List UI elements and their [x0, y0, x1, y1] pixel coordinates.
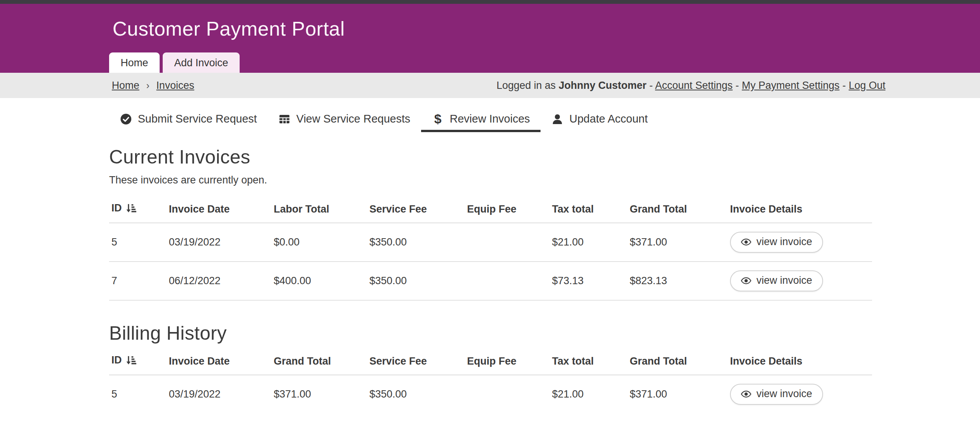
- column-header-tax-total: Tax total: [550, 198, 627, 223]
- table-icon: [278, 113, 291, 125]
- header-tabs: HomeAdd Invoice: [109, 52, 240, 73]
- table-header-row: IDInvoice DateLabor TotalService FeeEqui…: [109, 198, 872, 223]
- column-label: Grand Total: [630, 355, 687, 367]
- cell-tax-total: $21.00: [550, 375, 627, 413]
- cell-tax-total: $21.00: [550, 223, 627, 262]
- tab-label: Update Account: [569, 113, 648, 125]
- session-info: Logged in as Johnny Customer - Account S…: [497, 80, 885, 92]
- cell-invoice-date: 03/19/2022: [167, 223, 271, 262]
- section-tabs: Submit Service RequestView Service Reque…: [109, 109, 980, 132]
- user-name: Johnny Customer: [559, 80, 647, 91]
- view-invoice-button[interactable]: view invoice: [730, 270, 823, 291]
- current-invoices-section: Current Invoices These invoices are curr…: [109, 146, 980, 301]
- current-invoices-description: These invoices are currently open.: [109, 174, 980, 186]
- column-header-service-fee: Service Fee: [367, 350, 465, 375]
- column-header-id[interactable]: ID: [109, 198, 167, 223]
- column-label: ID: [111, 202, 122, 214]
- tab-review-invoices[interactable]: $Review Invoices: [421, 109, 541, 132]
- cell-grand-total: $371.00: [627, 223, 728, 262]
- cell-equip-fee: [465, 262, 550, 300]
- breadcrumb-link-invoices[interactable]: Invoices: [156, 80, 194, 92]
- column-label: Invoice Details: [730, 355, 802, 367]
- main-content: Submit Service RequestView Service Reque…: [0, 109, 980, 413]
- column-header-equip-fee: Equip Fee: [465, 350, 550, 375]
- breadcrumb: Home›Invoices: [112, 80, 194, 92]
- logged-in-text: Logged in as: [497, 80, 556, 91]
- column-header-tax-total: Tax total: [550, 350, 627, 375]
- column-header-invoice-details: Invoice Details: [728, 350, 872, 375]
- column-label: Labor Total: [274, 203, 329, 215]
- column-label: Grand Total: [630, 203, 687, 215]
- cell-labor-total: $400.00: [271, 262, 367, 300]
- tab-submit-service-request[interactable]: Submit Service Request: [109, 109, 268, 132]
- breadcrumb-separator: ›: [146, 80, 149, 91]
- eye-icon: [741, 238, 751, 246]
- column-label: Tax total: [552, 203, 594, 215]
- cell-invoice-details: view invoice: [728, 262, 872, 300]
- tab-view-service-requests[interactable]: View Service Requests: [268, 109, 421, 132]
- cell-id: 5: [109, 375, 167, 413]
- view-invoice-label: view invoice: [756, 236, 812, 248]
- cell-equip-fee: [465, 375, 550, 413]
- breadcrumb-link-home[interactable]: Home: [112, 80, 139, 92]
- cell-invoice-date: 03/19/2022: [167, 375, 271, 413]
- billing-history-heading: Billing History: [109, 322, 980, 344]
- tab-label: View Service Requests: [296, 113, 410, 125]
- eye-icon: [741, 277, 751, 285]
- column-label: Service Fee: [369, 355, 427, 367]
- column-label: Tax total: [552, 355, 594, 367]
- column-label: Invoice Date: [169, 203, 230, 215]
- sort-amount-down-icon[interactable]: [125, 203, 136, 216]
- session-link-account-settings[interactable]: Account Settings: [655, 80, 733, 91]
- cell-grand-total: $371.00: [627, 375, 728, 413]
- column-header-equip-fee: Equip Fee: [465, 198, 550, 223]
- column-label: Equip Fee: [467, 355, 516, 367]
- column-label: Invoice Details: [730, 203, 802, 215]
- cell-service-fee: $350.00: [367, 223, 465, 262]
- browser-top-strip: [0, 0, 980, 4]
- cell-invoice-details: view invoice: [728, 375, 872, 413]
- cell-invoice-details: view invoice: [728, 223, 872, 262]
- view-invoice-button[interactable]: view invoice: [730, 232, 823, 253]
- column-label: Invoice Date: [169, 355, 230, 367]
- column-header-grand-total: Grand Total: [627, 198, 728, 223]
- table-header-row: IDInvoice DateGrand TotalService FeeEqui…: [109, 350, 872, 375]
- session-link-my-payment-settings[interactable]: My Payment Settings: [742, 80, 840, 91]
- dollar-icon: $: [432, 113, 444, 125]
- tab-update-account[interactable]: Update Account: [541, 109, 658, 132]
- column-label: ID: [111, 354, 122, 366]
- column-header-invoice-date: Invoice Date: [167, 198, 271, 223]
- check-circle-icon: [120, 113, 132, 125]
- header-tab-home[interactable]: Home: [109, 52, 160, 73]
- table-row: 503/19/2022$371.00$350.00$21.00$371.00vi…: [109, 375, 872, 413]
- session-link-log-out[interactable]: Log Out: [849, 80, 885, 91]
- column-header-grand-total: Grand Total: [271, 350, 367, 375]
- column-header-invoice-date: Invoice Date: [167, 350, 271, 375]
- view-invoice-label: view invoice: [756, 275, 812, 286]
- view-invoice-label: view invoice: [756, 388, 812, 400]
- cell-grand-total: $823.13: [627, 262, 728, 300]
- cell-equip-fee: [465, 223, 550, 262]
- cell-service-fee: $350.00: [367, 262, 465, 300]
- cell-id: 5: [109, 223, 167, 262]
- cell-service-fee: $350.00: [367, 375, 465, 413]
- billing-history-section: Billing History IDInvoice DateGrand Tota…: [109, 322, 980, 413]
- breadcrumb-bar: Home›Invoices Logged in as Johnny Custom…: [0, 73, 980, 98]
- view-invoice-button[interactable]: view invoice: [730, 384, 823, 405]
- tab-label: Submit Service Request: [138, 113, 257, 125]
- column-label: Service Fee: [369, 203, 427, 215]
- sort-amount-down-icon[interactable]: [125, 355, 136, 368]
- column-header-id[interactable]: ID: [109, 350, 167, 375]
- cell-id: 7: [109, 262, 167, 300]
- page-title: Customer Payment Portal: [113, 18, 345, 41]
- current-invoices-table: IDInvoice DateLabor TotalService FeeEqui…: [109, 198, 872, 301]
- user-icon: [551, 113, 564, 125]
- eye-icon: [741, 390, 751, 398]
- site-header: Customer Payment Portal HomeAdd Invoice: [0, 4, 980, 73]
- column-header-grand-total: Grand Total: [627, 350, 728, 375]
- cell-labor-total: $0.00: [271, 223, 367, 262]
- column-header-labor-total: Labor Total: [271, 198, 367, 223]
- tab-label: Review Invoices: [450, 113, 530, 125]
- current-invoices-heading: Current Invoices: [109, 146, 980, 168]
- header-tab-add-invoice[interactable]: Add Invoice: [163, 52, 240, 73]
